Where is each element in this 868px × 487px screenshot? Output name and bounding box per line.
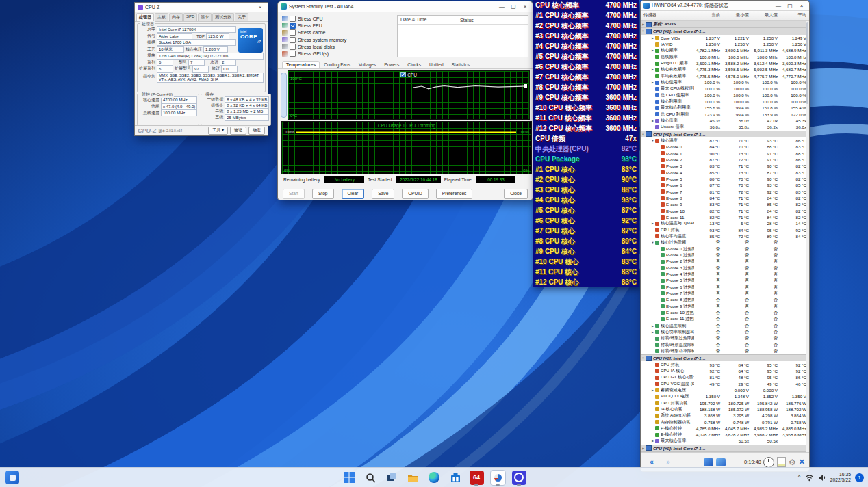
hwinfo-minimize-icon[interactable]: — [774,3,783,9]
hwinfo-close-icon[interactable]: × [797,3,806,9]
aida64-minimize-icon[interactable]: — [497,3,507,10]
sensor-row[interactable]: P-core 0 过热降频 否否否 [641,246,809,252]
preferences-button[interactable]: Preferences [436,189,473,199]
validate-button[interactable]: 验证 [230,127,246,135]
sensor-section-row[interactable]: ▼ CPU [#0]: Intel Core i7-1… [641,131,809,137]
sensor-row[interactable]: ▶ 核心功率限制超出 否否否 [641,329,809,335]
store-button[interactable] [447,469,463,486]
sensor-row[interactable]: E-core 9 过热降频 否否否 [641,303,809,309]
col-max[interactable]: 最大值 [752,12,780,18]
aida64-tab-6[interactable]: Statistics [448,61,474,68]
speaker-icon[interactable] [818,474,826,482]
sensor-row[interactable]: 最大 CPU/线程使用率 100.0 %100.0 %100.0 %100.0 … [641,85,809,92]
sensor-row[interactable]: VDDQ TX 电压 1.350 V1.348 V1.352 V1.350 V [641,393,809,399]
cpuz-tab-5[interactable]: 测试分数 [212,13,234,21]
sensor-row[interactable]: P-core 6 过热降频 否否否 [641,284,809,290]
search-button[interactable] [362,469,379,486]
sensor-row[interactable]: 核心利用率 100.0 %100.0 %100.0 %100.0 % [641,98,809,105]
logging-icon[interactable] [777,457,786,467]
sensor-row[interactable]: IA 核心功耗 188.158 W185.972 W188.958 W188.7… [641,406,809,412]
aida64-tab-3[interactable]: Powers [380,61,403,68]
sensor-row[interactable]: 总线频率 100.0 MHz100.0 MHz100.0 MHz100.0 MH… [641,54,809,60]
expand-icon[interactable]: ▼ [641,29,646,33]
gadget-icon[interactable] [704,458,713,466]
sensor-row[interactable]: P-core 0 84 °C70 °C88 °C83 °C [641,144,809,150]
sensor-row[interactable]: E-core 10 过热降频 否否否 [641,310,809,316]
stop-button[interactable]: Stop [312,189,334,199]
sensor-row[interactable]: 总 CPU 使用率 100.0 %100.0 %100.0 %100.0 % [641,92,809,98]
expand-icon[interactable]: ▶ [641,447,646,450]
sensor-row[interactable]: IA VID 1.250 V1.250 V1.250 V1.250 V [641,41,809,47]
expand-icon[interactable]: ▶ [650,324,655,328]
hwinfo-taskbar-button[interactable] [489,469,506,486]
sensor-row[interactable]: E-core 11 82 °C71 °C84 °C82 °C [641,214,809,220]
expand-icon[interactable]: ▶ [650,389,655,392]
sensor-row[interactable]: ▶ Core VIDs 1.237 V1.221 V1.250 V1.249 V [641,35,809,41]
sensor-row[interactable]: E-core 8 过热降频 否否否 [641,297,809,303]
sensor-row[interactable]: P-core 1 90 °C73 °C91 °C88 °C [641,150,809,157]
sensor-row[interactable]: P-core 5 80 °C70 °C90 °C82 °C [641,176,809,182]
aida64-close-icon[interactable]: × [520,3,530,10]
sensor-row[interactable]: CPU VCC 温度 (SVID) 49 °C29 °C49 °C46 °C [641,380,809,386]
cpuz-tab-6[interactable]: 关于 [235,13,248,21]
sensor-section-row[interactable]: ▶ CPU [#0]: Intel Core i7-1… [641,445,809,451]
aida64-tab-5[interactable]: Unified [425,61,448,68]
sensor-row[interactable]: E-core 10 82 °C71 °C84 °C82 °C [641,208,809,214]
sensor-row[interactable]: 最大核心利用率 155.6 %99.4 %151.8 %155.4 % [641,105,809,111]
sensor-row[interactable]: 内存控制器功耗 0.758 W0.748 W0.791 W0.758 W [641,419,809,425]
sensor-section-row[interactable]: ▶ CPU [#0]: Intel Core i7-1… [641,451,809,452]
sensor-row[interactable]: ▼ 核心温度 87 °C71 °C93 °C86 °C [641,137,809,144]
sensor-row[interactable]: ▶ 最大核心倍率 50.5x50.5x [641,438,809,444]
log-col-datetime[interactable]: Date & Time [398,16,457,24]
cpuz-tab-2[interactable]: 内存 [169,13,183,21]
sensor-row[interactable]: Uncore 倍率 36.0x35.8x36.2x36.0x [641,124,809,130]
tools-button[interactable]: 工具 ▾ [208,127,228,135]
expand-icon[interactable]: ▶ [650,330,655,334]
expand-icon[interactable]: ▼ [641,356,646,360]
expand-icon[interactable]: ▶ [650,49,655,52]
sensor-row[interactable]: P-core 3 83 °C71 °C90 °C82 °C [641,163,809,169]
sensor-row[interactable]: CPU IA 核心 92 °C64 °C95 °C92 °C [641,368,809,374]
sensor-row[interactable]: E-core 8 84 °C71 °C84 °C82 °C [641,195,809,201]
sensor-row[interactable]: E-core 11 过热降频 否否否 [641,316,809,322]
sensor-row[interactable]: ▶ 核心温度与 TjMAX 距离 13 °C5 °C28 °C14 °C [641,220,809,226]
sensor-row[interactable]: P-core 4 过热降频 否否否 [641,272,809,278]
aida64-titlebar[interactable]: System Stability Test - AIDA64 — ▢ × [278,1,533,12]
nav-forward-icon[interactable]: » [661,456,675,469]
sensor-row[interactable]: CPU 封装 93 °C84 °C95 °C92 °C [641,361,809,367]
cpuid-button[interactable]: CPUID [402,189,429,199]
aida64-tab-4[interactable]: Clocks [403,61,425,68]
task-view-button[interactable] [383,469,400,486]
sensor-row[interactable]: 封装/环形过热降频 否否否 [641,335,809,341]
expand-icon[interactable]: ▼ [650,241,655,244]
aida64-taskbar-button[interactable]: 64 [468,469,485,486]
expand-icon[interactable]: ▶ [650,439,655,443]
sensor-row[interactable]: P-core 3 过热降频 否否否 [641,265,809,271]
sensor-row[interactable]: P-core 2 87 °C72 °C91 °C86 °C [641,157,809,163]
sensor-row[interactable]: P-core 2 过热降频 否否否 [641,259,809,265]
aida64-maximize-icon[interactable]: ▢ [509,3,518,10]
clear-button[interactable]: Clear [342,189,365,199]
expand-icon[interactable]: ▶ [650,119,655,122]
sensor-row[interactable]: ▼ 核心过热降频 否否否 [641,239,809,246]
expand-icon[interactable]: ▶ [650,81,655,84]
tray-sensors-icon[interactable] [716,458,726,466]
sensor-row[interactable]: ▶ 核心使用率 100.0 %100.0 %100.0 %100.0 % [641,79,809,85]
stress-checkbox[interactable] [290,51,296,57]
gear-icon[interactable]: ⚙ [789,458,796,467]
wifi-icon[interactable] [805,474,814,482]
sensor-row[interactable]: E-核心时钟 4,028.2 MHz3,628.2 MHz3,988.2 MHz… [641,432,809,438]
sensor-row[interactable]: P-core 7 过热降频 否否否 [641,291,809,297]
sensor-row[interactable]: P-core 7 81 °C72 °C92 °C83 °C [641,189,809,195]
start-button[interactable]: Start [283,189,305,199]
sensor-row[interactable]: P-core 1 过热降频 否否否 [641,252,809,259]
expand-icon[interactable]: ▶ [650,222,655,225]
sensor-row[interactable]: ▶ 核心倍率 45.3x36.0x47.0x45.3x [641,118,809,124]
sensor-row[interactable]: ▶ 睿频衰减电压 0.000 V0.000 V [641,387,809,393]
sensor-row[interactable]: CPU 封装功耗 195.792 W180.725 W195.842 W186.… [641,399,809,406]
edge-button[interactable] [426,469,442,486]
ok-button[interactable]: 确定 [248,127,265,135]
stress-checkbox[interactable] [290,29,296,36]
sensor-row[interactable]: P-core 4 85 °C73 °C87 °C83 °C [641,170,809,176]
close-button[interactable]: Close [504,189,528,199]
